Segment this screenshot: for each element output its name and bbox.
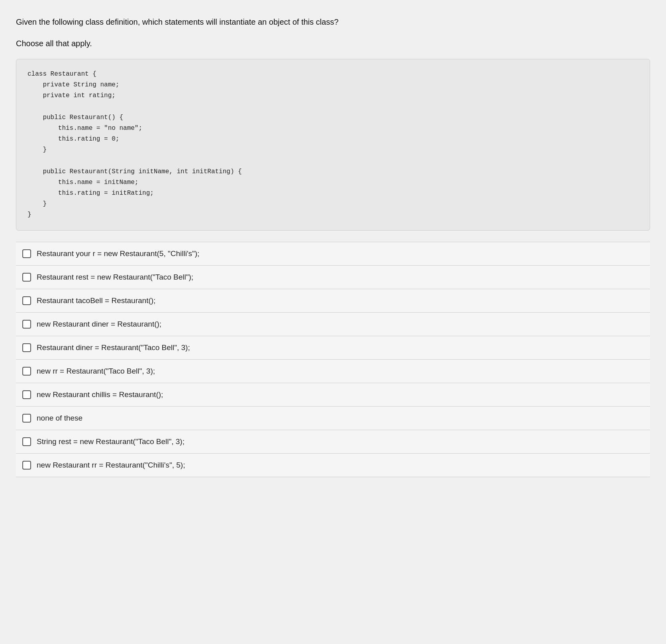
option-item-opt1[interactable]: Restaurant your r = new Restaurant(5, "C… bbox=[16, 242, 650, 266]
option-label-opt3: Restaurant tacoBell = Restaurant(); bbox=[37, 296, 155, 305]
option-label-opt9: String rest = new Restaurant("Taco Bell"… bbox=[37, 437, 185, 446]
checkbox-opt6[interactable] bbox=[22, 367, 31, 376]
option-label-opt8: none of these bbox=[37, 414, 83, 423]
option-label-opt4: new Restaurant diner = Restaurant(); bbox=[37, 320, 161, 329]
option-label-opt7: new Restaurant chillis = Restaurant(); bbox=[37, 390, 163, 399]
option-item-opt3[interactable]: Restaurant tacoBell = Restaurant(); bbox=[16, 289, 650, 313]
question-text-line2: Choose all that apply. bbox=[16, 37, 650, 49]
checkbox-opt7[interactable] bbox=[22, 390, 31, 399]
option-item-opt8[interactable]: none of these bbox=[16, 407, 650, 430]
option-label-opt2: Restaurant rest = new Restaurant("Taco B… bbox=[37, 273, 193, 282]
option-item-opt7[interactable]: new Restaurant chillis = Restaurant(); bbox=[16, 383, 650, 407]
checkbox-opt1[interactable] bbox=[22, 249, 31, 258]
checkbox-opt4[interactable] bbox=[22, 320, 31, 329]
code-block: class Restaurant { private String name; … bbox=[16, 59, 650, 231]
checkbox-opt2[interactable] bbox=[22, 273, 31, 282]
option-item-opt2[interactable]: Restaurant rest = new Restaurant("Taco B… bbox=[16, 266, 650, 289]
checkbox-opt9[interactable] bbox=[22, 437, 31, 446]
checkbox-opt5[interactable] bbox=[22, 343, 31, 352]
options-list: Restaurant your r = new Restaurant(5, "C… bbox=[16, 242, 650, 477]
option-item-opt9[interactable]: String rest = new Restaurant("Taco Bell"… bbox=[16, 430, 650, 454]
option-label-opt6: new rr = Restaurant("Taco Bell", 3); bbox=[37, 367, 155, 376]
question-container: Given the following class definition, wh… bbox=[16, 16, 650, 477]
option-item-opt5[interactable]: Restaurant diner = Restaurant("Taco Bell… bbox=[16, 336, 650, 360]
option-item-opt6[interactable]: new rr = Restaurant("Taco Bell", 3); bbox=[16, 360, 650, 383]
option-item-opt4[interactable]: new Restaurant diner = Restaurant(); bbox=[16, 313, 650, 336]
option-label-opt10: new Restaurant rr = Restaurant("Chilli's… bbox=[37, 461, 185, 470]
option-label-opt5: Restaurant diner = Restaurant("Taco Bell… bbox=[37, 343, 190, 352]
option-label-opt1: Restaurant your r = new Restaurant(5, "C… bbox=[37, 249, 199, 258]
checkbox-opt8[interactable] bbox=[22, 414, 31, 423]
checkbox-opt3[interactable] bbox=[22, 296, 31, 305]
checkbox-opt10[interactable] bbox=[22, 461, 31, 470]
option-item-opt10[interactable]: new Restaurant rr = Restaurant("Chilli's… bbox=[16, 454, 650, 477]
question-text-line1: Given the following class definition, wh… bbox=[16, 16, 650, 28]
